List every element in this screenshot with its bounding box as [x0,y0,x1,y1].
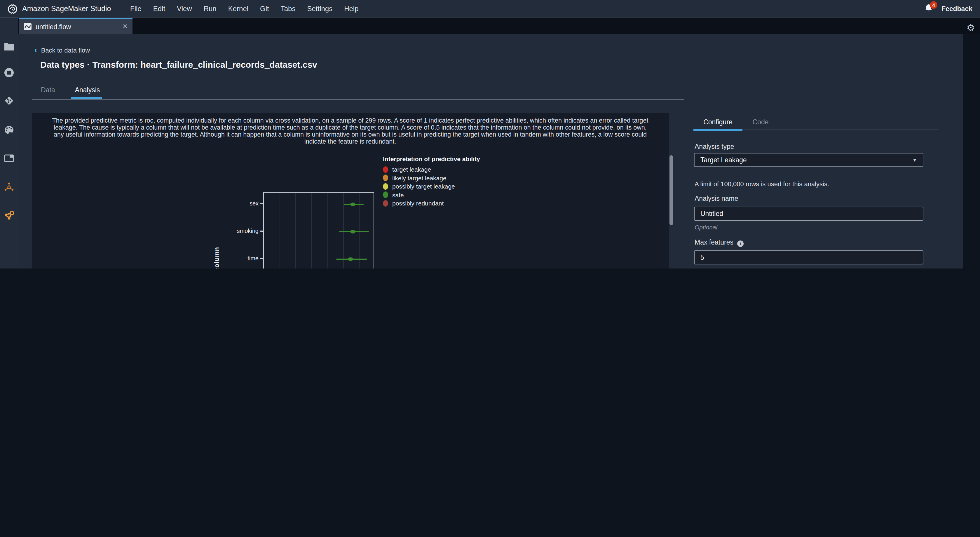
chart-legend: Interpretation of predictive ability tar… [383,155,480,208]
analysis-description: The provided predictive metric is roc, c… [49,117,651,145]
row-limit-note: A limit of 100,000 rows is used for this… [695,180,829,187]
panel-divider [685,34,685,268]
running-terminals-icon[interactable] [0,67,18,78]
legend-item: possibly target leakage [383,182,480,191]
settings-gear-icon[interactable]: ⚙ [967,23,975,33]
menu-item-run[interactable]: Run [204,5,216,13]
analysis-type-label: Analysis type [695,143,734,150]
data-point-time [348,257,353,261]
configure-tab-underline [694,129,743,130]
activity-sidebar [0,17,18,268]
app-window: Amazon SageMaker Studio FileEditViewRunK… [0,0,980,268]
optional-hint-2: Optional [695,267,718,268]
menubar-items: FileEditViewRunKernelGitTabsSettingsHelp [130,0,359,17]
page-title: Data types · Transform: heart_failure_cl… [40,60,317,70]
menu-item-help[interactable]: Help [344,5,358,13]
category-label-time: time [200,255,259,262]
sagemaker-logo-icon [7,3,18,14]
tab-data[interactable]: Data [41,86,55,94]
commands-palette-icon[interactable] [0,125,18,135]
view-tabs: Data Analysis [41,86,100,94]
analysis-type-dropdown[interactable]: Target Leakage▼ [694,153,923,167]
optional-hint: Optional [695,224,718,230]
experiments-icon[interactable] [0,181,18,192]
legend-swatch [383,183,388,190]
chevron-down-icon: ▼ [912,157,917,162]
analysis-result-panel: The provided predictive metric is roc, c… [32,113,669,268]
legend-item: possibly redundant [383,199,480,208]
configure-panel: Configure Code Analysis type Target Leak… [685,34,963,268]
category-label-smoking: smoking [200,228,259,234]
tab-close-icon[interactable]: ✕ [123,23,128,30]
data-point-sex [350,203,355,207]
max-features-input[interactable]: 5 [694,250,923,264]
tab-code[interactable]: Code [746,119,775,126]
info-icon[interactable]: i [738,240,744,247]
feedback-link[interactable]: Feedback [942,5,972,12]
open-tabs-icon[interactable] [0,153,18,164]
active-tab-underline [71,97,102,99]
notification-badge: 4 [930,1,937,9]
legend-swatch [383,192,388,198]
tab-untitled-flow[interactable]: untitled.flow ✕ [19,18,132,34]
data-point-smoking [350,230,355,234]
notifications-bell-icon[interactable]: 4 [924,3,934,14]
menu-item-settings[interactable]: Settings [307,5,332,13]
tab-strip: untitled.flow ✕ [18,17,980,34]
menu-item-git[interactable]: Git [260,5,269,13]
tab-analysis[interactable]: Analysis [75,86,100,94]
chevron-left-icon: ‹ [35,46,37,54]
file-browser-icon[interactable] [0,41,18,51]
git-icon[interactable] [0,95,18,106]
menu-item-kernel[interactable]: Kernel [228,5,248,13]
menu-item-edit[interactable]: Edit [153,5,165,13]
configure-tabs-divider [743,130,939,130]
tab-configure[interactable]: Configure [694,119,743,126]
flow-file-icon [24,23,32,30]
legend-item: safe [383,191,480,199]
predictive-ability-plot [263,192,374,268]
legend-swatch [383,175,388,181]
tabs-divider [32,99,684,100]
max-features-label: Max featuresi [695,239,744,247]
menubar: Amazon SageMaker Studio FileEditViewRunK… [0,0,980,17]
tab-title: untitled.flow [36,23,119,30]
menu-item-view[interactable]: View [177,5,192,13]
legend-item: likely target leakage [383,174,480,182]
back-to-data-flow-link[interactable]: ‹Back to data flow [35,46,90,54]
analysis-name-label: Analysis name [695,195,738,202]
menu-item-tabs[interactable]: Tabs [281,5,296,13]
legend-swatch [383,166,388,173]
pipelines-icon[interactable] [0,210,18,220]
menu-item-file[interactable]: File [130,5,142,13]
category-label-sex: sex [200,200,259,207]
analysis-name-input[interactable]: Untitled [694,207,923,221]
panel-scrollbar-thumb[interactable] [669,155,673,225]
legend-swatch [383,200,388,207]
legend-item: target leakage [383,165,480,174]
legend-title: Interpretation of predictive ability [383,155,480,162]
app-title: Amazon SageMaker Studio [22,5,111,13]
